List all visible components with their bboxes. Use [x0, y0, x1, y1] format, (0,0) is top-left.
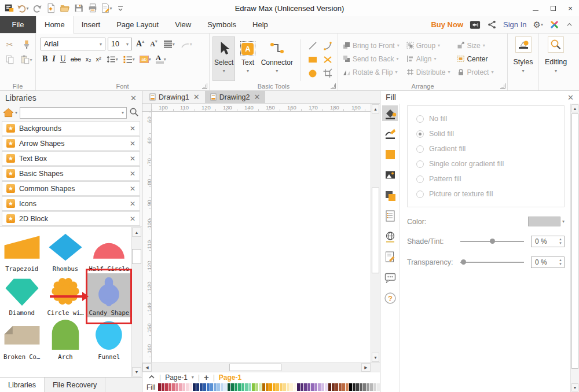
page-tab-active[interactable]: Page-1	[219, 373, 241, 382]
fill-option-gradient-fill[interactable]: Gradient fill	[416, 141, 564, 156]
grow-font-button[interactable]: A▴	[134, 38, 146, 50]
new-file-icon[interactable]	[45, 2, 57, 14]
fill-bucket-icon[interactable]	[382, 105, 398, 121]
layers-icon[interactable]	[382, 188, 398, 203]
text-arc-button[interactable]: ▾	[179, 38, 194, 50]
tab-insert[interactable]: Insert	[74, 16, 109, 33]
canvas-scroll-right-icon[interactable]: ▶	[361, 363, 371, 372]
crop-tool-button[interactable]	[323, 68, 333, 80]
buy-now-link[interactable]: Buy Now	[431, 20, 463, 29]
library-item-common-shapes[interactable]: ★Common Shapes✕	[2, 181, 140, 196]
paste-button[interactable]: ▾	[20, 53, 32, 66]
redo-icon[interactable]	[31, 2, 43, 14]
rotate-flip-button[interactable]: Rotate & Flip▾	[340, 65, 402, 79]
help-icon[interactable]: ?	[382, 291, 398, 306]
gallery-scrollbar[interactable]: ▲ ▼	[131, 227, 142, 377]
drawing-canvas[interactable]: 100110120130140150160170180190 506070809…	[142, 104, 380, 362]
library-item-close-icon[interactable]: ✕	[130, 200, 135, 207]
document-tab-drawing2[interactable]: Drawing2✕	[205, 91, 266, 103]
shape-trapezoid[interactable]: Trapezoid	[0, 229, 43, 273]
line-spacing-button[interactable]: ▾	[104, 53, 120, 65]
picture-icon[interactable]	[382, 167, 398, 183]
annotation-icon[interactable]	[382, 250, 398, 265]
editing-button[interactable]: Editing ▾	[539, 34, 573, 90]
bullets-button[interactable]: ▾	[121, 53, 137, 65]
document-tab-close-icon[interactable]: ✕	[254, 93, 261, 101]
connector-tool-button[interactable]: Connector▾	[261, 36, 294, 81]
line-style-icon[interactable]	[382, 126, 398, 142]
fill-option-solid-fill[interactable]: Solid fill	[416, 126, 564, 141]
ellipse-tool-button[interactable]	[307, 68, 318, 80]
send-to-back-button[interactable]: Send to Back▾	[340, 52, 402, 65]
shape-broken-co[interactable]: Broken Co…	[0, 317, 43, 361]
shape-half-circle[interactable]: Half Circle	[87, 229, 131, 273]
arc-tool-button[interactable]	[323, 41, 333, 53]
shape-funnel[interactable]: Funnel	[87, 317, 131, 361]
save-icon[interactable]	[72, 2, 85, 14]
gallery-scroll-up-icon[interactable]: ▲	[132, 228, 141, 237]
fill-panel-close-icon[interactable]: ✕	[567, 94, 574, 101]
line-tool-button[interactable]	[307, 41, 318, 53]
add-page-button[interactable]: +	[204, 372, 209, 382]
underline-button[interactable]: U	[58, 53, 68, 65]
canvas-horizontal-scrollbar[interactable]: ◀ ▶	[142, 362, 380, 372]
shade-slider[interactable]	[460, 241, 524, 242]
basic-tools-dialog-launcher[interactable]	[331, 83, 336, 89]
rectangle-tool-button[interactable]	[307, 54, 318, 67]
open-folder-icon[interactable]	[58, 2, 71, 14]
panel-tab-file-recovery[interactable]: File Recovery	[45, 378, 105, 392]
library-item-close-icon[interactable]: ✕	[130, 140, 135, 147]
shape-rhombus[interactable]: Rhombus	[43, 229, 87, 273]
fill-scroll-up-icon[interactable]: ▲	[571, 104, 578, 112]
library-item-2d-block[interactable]: ★2D Block✕	[2, 211, 140, 226]
fill-option-pattern-fill[interactable]: Pattern fill	[416, 171, 564, 186]
export-icon[interactable]: ▾	[100, 2, 112, 14]
page-properties-icon[interactable]	[382, 208, 398, 224]
text-highlight-button[interactable]: ab▾	[138, 53, 153, 65]
transparency-spinner[interactable]: 0 %▲▼	[531, 257, 565, 268]
subscript-button[interactable]: x₂	[84, 53, 93, 65]
radio-icon[interactable]	[416, 160, 424, 168]
document-tab-drawing1[interactable]: Drawing1✕	[144, 91, 205, 103]
shade-spinner[interactable]: 0 %▲▼	[531, 236, 565, 247]
radio-icon[interactable]	[416, 145, 424, 153]
gallery-scroll-down-icon[interactable]: ▼	[132, 367, 141, 376]
font-dialog-launcher[interactable]	[202, 83, 207, 89]
canvas-vertical-scrollbar[interactable]: ▲ ▼	[371, 104, 380, 362]
library-item-close-icon[interactable]: ✕	[130, 125, 135, 132]
library-item-basic-shapes[interactable]: ★Basic Shapes✕	[2, 166, 140, 181]
text-tool-button[interactable]: A Text▾	[236, 36, 259, 81]
shape-arch[interactable]: Arch	[43, 317, 87, 361]
size-button[interactable]: Size▾	[455, 39, 496, 52]
library-item-backgrounds[interactable]: ★Backgrounds✕	[2, 121, 140, 135]
radio-icon[interactable]	[416, 130, 424, 138]
cross-tool-button[interactable]	[323, 54, 333, 67]
radio-icon[interactable]	[416, 175, 424, 183]
library-search-icon[interactable]	[129, 107, 139, 119]
library-item-close-icon[interactable]: ✕	[130, 215, 135, 222]
arrange-dialog-launcher[interactable]	[500, 83, 505, 89]
font-name-combobox[interactable]: Arial▾	[41, 38, 105, 50]
color-picker[interactable]: ▾	[528, 217, 565, 226]
fill-option-no-fill[interactable]: No fill	[416, 111, 564, 126]
close-button[interactable]: ×	[562, 0, 579, 16]
fill-panel-scrollbar[interactable]: ▲ ▼	[570, 104, 579, 392]
tab-symbols[interactable]: Symbols	[199, 16, 244, 33]
bring-to-front-button[interactable]: Bring to Front▾	[340, 39, 402, 52]
font-size-combobox[interactable]: 10▾	[108, 38, 132, 50]
canvas-hscroll-thumb[interactable]	[229, 364, 281, 371]
library-item-close-icon[interactable]: ✕	[130, 155, 135, 162]
select-tool-button[interactable]: Select▾	[212, 36, 235, 81]
strikethrough-button[interactable]: abc	[69, 53, 83, 65]
hyperlink-icon[interactable]	[382, 229, 398, 244]
library-search-input[interactable]: ▾	[20, 107, 127, 119]
copy-button[interactable]	[3, 53, 16, 66]
radio-icon[interactable]	[416, 115, 424, 123]
document-tab-close-icon[interactable]: ✕	[193, 93, 200, 101]
comment-icon[interactable]	[382, 270, 398, 285]
canvas-vscroll-thumb[interactable]	[372, 188, 379, 273]
library-item-arrow-shapes[interactable]: ★Arrow Shapes✕	[2, 136, 140, 151]
collapse-ribbon-icon[interactable]	[566, 21, 573, 28]
palette-swatches[interactable]	[158, 383, 384, 391]
group-button[interactable]: Group▾	[404, 39, 453, 52]
